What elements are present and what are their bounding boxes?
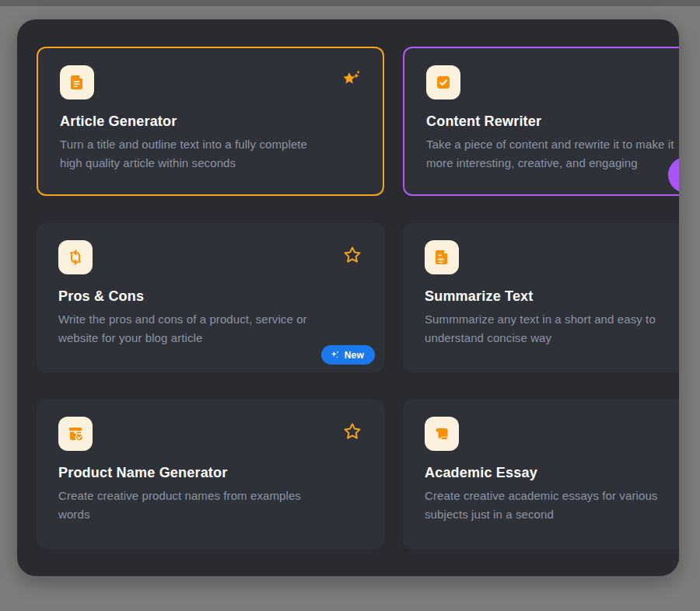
- icon-chip: [425, 417, 459, 451]
- card-title: Product Name Generator: [58, 463, 362, 482]
- badge-label: New: [345, 350, 364, 361]
- card-description: Summmarize any text in a short and easy …: [425, 310, 679, 347]
- icon-chip: [58, 240, 93, 274]
- card-pros-and-cons[interactable]: Pros & Cons Write the pros and cons of a…: [37, 223, 384, 372]
- card-title: Academic Essay: [425, 463, 679, 482]
- card-product-name-generator[interactable]: Product Name Generator Create creative p…: [37, 400, 384, 549]
- icon-chip: [58, 417, 93, 451]
- card-description: Take a piece of content and rewrite it t…: [426, 135, 679, 173]
- sparkle-icon: [330, 350, 340, 360]
- new-badge: New: [321, 345, 375, 365]
- tool-card-grid: Article Generator Turn a title and outli…: [37, 47, 679, 549]
- card-title: Content Rewriter: [426, 112, 679, 131]
- favorite-star-outline-icon[interactable]: [342, 421, 362, 442]
- card-description: Create creative academic essays for vari…: [425, 487, 679, 524]
- card-description: Turn a title and outline text into a ful…: [60, 135, 318, 173]
- card-title: Summarize Text: [425, 287, 679, 306]
- card-title: Article Generator: [60, 112, 361, 131]
- card-summarize-text[interactable]: Summarize Text Summmarize any text in a …: [403, 223, 679, 372]
- favorite-star-outline-icon[interactable]: [342, 245, 362, 265]
- tools-panel: Article Generator Turn a title and outli…: [17, 19, 679, 576]
- card-title: Pros & Cons: [58, 287, 362, 306]
- document-icon: [68, 73, 86, 92]
- card-description: Create creative product names from examp…: [58, 487, 317, 524]
- icon-chip: [425, 240, 459, 274]
- window-top-edge: [0, 0, 700, 6]
- card-article-generator[interactable]: Article Generator Turn a title and outli…: [37, 47, 384, 196]
- card-academic-essay[interactable]: Academic Essay Create creative academic …: [403, 400, 679, 549]
- scroll-icon: [432, 424, 451, 443]
- checkbox-icon: [434, 73, 453, 92]
- icon-chip: [60, 65, 94, 100]
- swap-arrows-icon: [66, 248, 85, 267]
- card-description: Write the pros and cons of a product, se…: [58, 310, 317, 347]
- favorite-star-filled-icon[interactable]: [341, 67, 361, 87]
- icon-chip: [426, 65, 460, 100]
- summary-document-icon: [432, 248, 451, 267]
- card-content-rewriter[interactable]: Content Rewriter Take a piece of content…: [403, 47, 679, 196]
- package-check-icon: [66, 424, 85, 443]
